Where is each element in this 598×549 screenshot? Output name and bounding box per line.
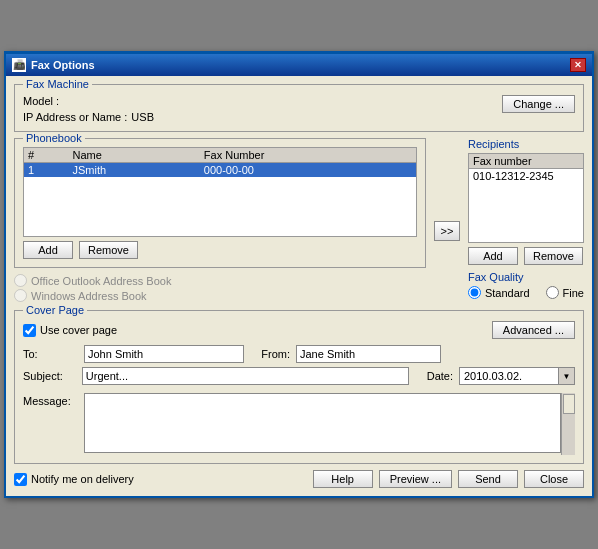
- close-button[interactable]: Close: [524, 470, 584, 488]
- notify-label: Notify me on delivery: [31, 473, 134, 485]
- model-label: Model :: [23, 95, 59, 107]
- from-input[interactable]: [296, 345, 441, 363]
- scrollbar-track[interactable]: [561, 393, 575, 455]
- recipients-label: Recipients: [468, 138, 584, 150]
- action-buttons: Help Preview ... Send Close: [313, 470, 584, 488]
- message-input[interactable]: [84, 393, 561, 453]
- phonebook-table-container: # Name Fax Number 1 JSmith 000-00-00: [23, 147, 417, 237]
- recipients-add-button[interactable]: Add: [468, 247, 518, 265]
- fax-machine-group: Fax Machine Model : IP Address or Name :…: [14, 84, 584, 132]
- cover-page-section: Cover Page Use cover page Advanced ... T…: [14, 310, 584, 464]
- transfer-column: >>: [432, 138, 462, 304]
- help-button[interactable]: Help: [313, 470, 373, 488]
- outlook-radio: [14, 274, 27, 287]
- phonebook-recipients-row: Phonebook # Name Fax Number: [14, 138, 584, 304]
- use-cover-checkbox[interactable]: [23, 324, 36, 337]
- ip-label: IP Address or Name :: [23, 111, 127, 123]
- message-area: Message:: [23, 393, 575, 455]
- phonebook-label: Phonebook: [23, 132, 85, 144]
- scrollbar-thumb: [563, 394, 575, 414]
- windows-label: Windows Address Book: [31, 290, 147, 302]
- message-wrapper: [84, 393, 575, 455]
- recipients-remove-button[interactable]: Remove: [524, 247, 583, 265]
- date-wrapper: 2010.03.02. ▼: [459, 367, 575, 385]
- row-fax: 000-00-00: [200, 163, 416, 178]
- phonebook-table: # Name Fax Number 1 JSmith 000-00-00: [24, 148, 416, 177]
- quality-options: Standard Fine: [468, 286, 584, 299]
- fax-options-window: 📠 Fax Options ✕ Fax Machine Model : IP A…: [4, 51, 594, 498]
- date-text: 2010.03.02.: [459, 367, 559, 385]
- to-input[interactable]: [84, 345, 244, 363]
- fax-machine-label: Fax Machine: [23, 78, 92, 90]
- outlook-label: Office Outlook Address Book: [31, 275, 171, 287]
- standard-option[interactable]: Standard: [468, 286, 530, 299]
- phonebook-add-button[interactable]: Add: [23, 241, 73, 259]
- subject-label: Subject:: [23, 370, 76, 382]
- ip-value: USB: [131, 111, 154, 123]
- phonebook-section: Phonebook # Name Fax Number: [14, 138, 426, 304]
- col-num: #: [24, 148, 69, 163]
- phonebook-group: Phonebook # Name Fax Number: [14, 138, 426, 268]
- cover-page-label: Cover Page: [23, 304, 87, 316]
- window-title: Fax Options: [31, 59, 95, 71]
- row-name: JSmith: [69, 163, 200, 178]
- use-cover-label: Use cover page: [40, 324, 117, 336]
- use-cover-row: Use cover page: [23, 324, 117, 337]
- message-label: Message:: [23, 393, 78, 407]
- fax-number-header: Fax number: [469, 154, 583, 169]
- notify-row: Notify me on delivery: [14, 473, 134, 486]
- to-from-row: To: From:: [23, 345, 575, 363]
- transfer-button[interactable]: >>: [434, 221, 461, 241]
- preview-button[interactable]: Preview ...: [379, 470, 452, 488]
- fine-label: Fine: [563, 287, 584, 299]
- change-button[interactable]: Change ...: [502, 95, 575, 113]
- row-num: 1: [24, 163, 69, 178]
- windows-radio: [14, 289, 27, 302]
- advanced-button[interactable]: Advanced ...: [492, 321, 575, 339]
- address-book-options: Office Outlook Address Book Windows Addr…: [14, 274, 426, 302]
- send-button[interactable]: Send: [458, 470, 518, 488]
- standard-label: Standard: [485, 287, 530, 299]
- cover-top-row: Use cover page Advanced ...: [23, 315, 575, 339]
- fine-radio[interactable]: [546, 286, 559, 299]
- fine-option[interactable]: Fine: [546, 286, 584, 299]
- col-name: Name: [69, 148, 200, 163]
- bottom-row: Notify me on delivery Help Preview ... S…: [14, 470, 584, 488]
- subject-input[interactable]: [82, 367, 409, 385]
- fax-quality-label: Fax Quality: [468, 271, 584, 283]
- recipient-item[interactable]: 010-12312-2345: [469, 169, 583, 183]
- col-fax: Fax Number: [200, 148, 416, 163]
- from-label: From:: [250, 348, 290, 360]
- date-dropdown-arrow[interactable]: ▼: [559, 367, 575, 385]
- close-window-button[interactable]: ✕: [570, 58, 586, 72]
- right-panel: Recipients Fax number 010-12312-2345 Add…: [468, 138, 584, 304]
- phonebook-remove-button[interactable]: Remove: [79, 241, 138, 259]
- recipients-area: Recipients Fax number 010-12312-2345 Add…: [468, 138, 584, 265]
- notify-checkbox[interactable]: [14, 473, 27, 486]
- subject-date-row: Subject: Date: 2010.03.02. ▼: [23, 367, 575, 385]
- title-bar: 📠 Fax Options ✕: [6, 54, 592, 76]
- to-label: To:: [23, 348, 78, 360]
- date-label: Date:: [415, 370, 453, 382]
- recipients-list: Fax number 010-12312-2345: [468, 153, 584, 243]
- cover-fields: To: From: Subject: Date: 2010.03.02. ▼ M…: [23, 345, 575, 455]
- window-icon: 📠: [12, 58, 26, 72]
- standard-radio[interactable]: [468, 286, 481, 299]
- fax-quality-section: Fax Quality Standard Fine: [468, 271, 584, 299]
- table-row[interactable]: 1 JSmith 000-00-00: [24, 163, 416, 178]
